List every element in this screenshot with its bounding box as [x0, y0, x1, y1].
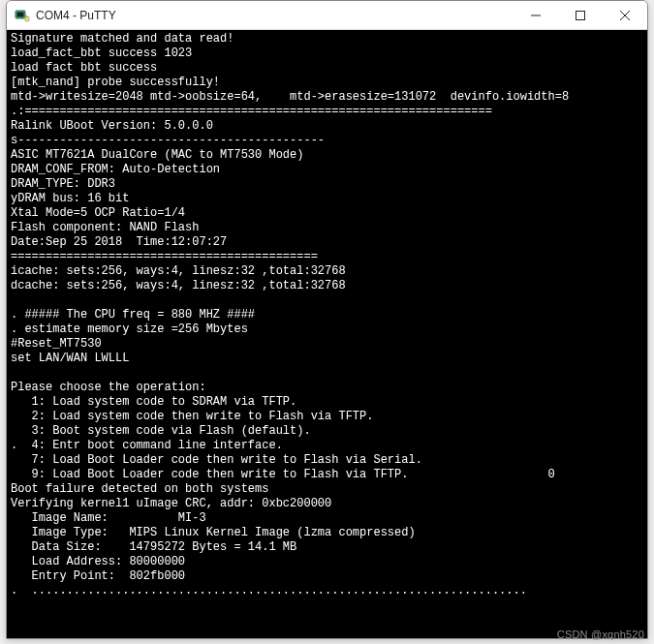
terminal-line: Date:Sep 25 2018 Time:12:07:27 — [11, 235, 643, 250]
terminal-line: Xtal Mode=5 OCP Ratio=1/4 — [11, 206, 643, 221]
terminal-line: mtd->writesize=2048 mtd->oobsize=64, mtd… — [11, 90, 643, 105]
close-button[interactable] — [603, 1, 647, 30]
terminal-line: Image Name: MI-3 — [11, 511, 643, 526]
titlebar[interactable]: COM4 - PuTTY — [7, 1, 647, 30]
terminal-line: Load Address: 80000000 — [11, 555, 643, 569]
terminal-line: ========================================… — [11, 250, 643, 264]
minimize-button[interactable] — [514, 1, 558, 30]
terminal-line: Ralink UBoot Version: 5.0.0.0 — [11, 119, 643, 134]
terminal-line: 2: Load system code then write to Flash … — [11, 410, 643, 424]
terminal-line: Data Size: 14795272 Bytes = 14.1 MB — [11, 540, 643, 555]
terminal-line: yDRAM bus: 16 bit — [11, 192, 643, 206]
terminal-line: 9: Load Boot Loader code then write to F… — [11, 468, 643, 482]
terminal-line: Signature matched and data read! — [11, 32, 643, 46]
maximize-button[interactable] — [558, 1, 603, 30]
terminal-line: Verifying kernel1 uImage CRC, addr: 0xbc… — [11, 497, 643, 511]
terminal-line: . ##### The CPU freq = 880 MHZ #### — [11, 308, 643, 322]
window-title: COM4 - PuTTY — [36, 9, 514, 22]
terminal-line: 1: Load system code to SDRAM via TFTP. — [11, 395, 643, 410]
terminal-line: s---------------------------------------… — [11, 134, 643, 148]
terminal-line — [11, 293, 643, 308]
svg-rect-2 — [25, 16, 29, 21]
terminal-line: dcache: sets:256, ways:4, linesz:32 ,tot… — [11, 279, 643, 293]
terminal-line: ASIC MT7621A DualCore (MAC to MT7530 Mod… — [11, 148, 643, 163]
terminal-line — [11, 366, 643, 381]
terminal-line: 3: Boot system code via Flash (default). — [11, 424, 643, 439]
terminal-line: DRAM_TYPE: DDR3 — [11, 177, 643, 192]
svg-rect-5 — [576, 11, 585, 19]
terminal-line: . ......................................… — [11, 584, 643, 598]
putty-window: COM4 - PuTTY Signature matched and data … — [6, 0, 648, 639]
terminal-line: load fact bbt success — [11, 61, 643, 76]
terminal-line: . 4: Entr boot command line interface. — [11, 439, 643, 453]
terminal-line — [11, 598, 643, 613]
terminal-line: load_fact_bbt success 1023 — [11, 46, 643, 61]
terminal-line: DRAM_CONF_FROM: Auto-Detection — [11, 163, 643, 177]
terminal-line: Flash component: NAND Flash — [11, 221, 643, 235]
putty-app-icon — [15, 8, 30, 23]
terminal-line: . estimate memory size =256 Mbytes — [11, 322, 643, 337]
terminal-line: Please choose the operation: — [11, 381, 643, 395]
terminal-line: [mtk_nand] probe successfully! — [11, 76, 643, 90]
svg-rect-1 — [17, 12, 24, 16]
terminal-line: Image Type: MIPS Linux Kernel Image (lzm… — [11, 526, 643, 540]
terminal-line: Boot failure detected on both systems — [11, 482, 643, 497]
terminal-line: #Reset_MT7530 — [11, 337, 643, 352]
terminal-line: Entry Point: 802fb000 — [11, 569, 643, 584]
terminal-line: icache: sets:256, ways:4, linesz:32 ,tot… — [11, 264, 643, 279]
terminal-line: .:======================================… — [11, 105, 643, 119]
terminal-line: set LAN/WAN LWLLL — [11, 352, 643, 366]
terminal-line: 7: Load Boot Loader code then write to F… — [11, 453, 643, 468]
terminal-output[interactable]: Signature matched and data read!load_fac… — [7, 30, 647, 638]
terminal-line — [11, 613, 643, 628]
